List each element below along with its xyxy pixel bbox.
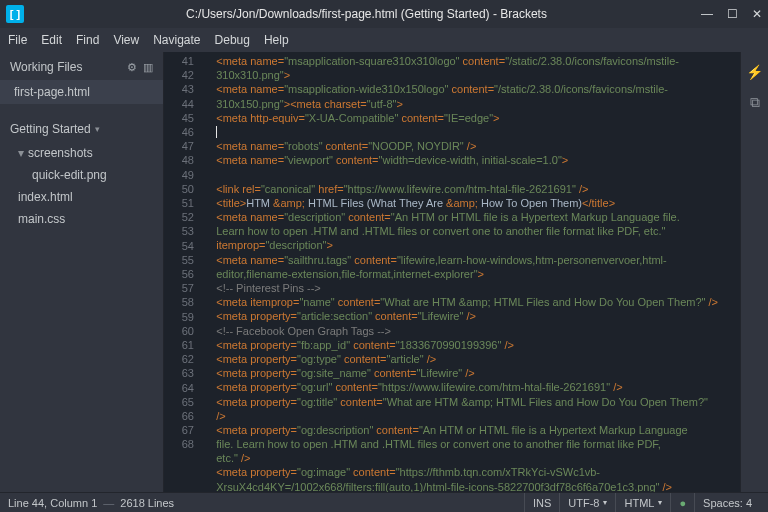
minimize-button[interactable]: — [701,7,713,21]
sidebar: Working Files ⚙ ▥ first-page.html Gettin… [0,52,164,492]
cursor-position[interactable]: Line 44, Column 1 [8,497,97,509]
working-files-header[interactable]: Working Files ⚙ ▥ [0,52,163,80]
app-icon: [ ] [6,5,24,23]
menu-edit[interactable]: Edit [41,33,62,47]
menu-view[interactable]: View [113,33,139,47]
menu-debug[interactable]: Debug [215,33,250,47]
menu-find[interactable]: Find [76,33,99,47]
chevron-down-icon: ▾ [658,498,662,507]
language-mode[interactable]: HTML ▾ [615,493,670,513]
gear-icon[interactable]: ⚙ [127,61,137,74]
indent-setting[interactable]: Spaces: 4 [694,493,760,513]
menu-navigate[interactable]: Navigate [153,33,200,47]
editor[interactable]: 4142434445464748495051525354555657585960… [164,52,740,492]
split-view-icon[interactable]: ▥ [143,61,153,74]
working-file-label: first-page.html [14,85,90,99]
tree-file-label: quick-edit.png [32,168,107,182]
encoding[interactable]: UTF-8 ▾ [559,493,615,513]
caret-icon: ▾ [18,146,24,160]
titlebar: [ ] C:/Users/Jon/Downloads/first-page.ht… [0,0,768,28]
working-file-item[interactable]: first-page.html [0,80,163,104]
statusbar: Line 44, Column 1 — 2618 Lines INS UTF-8… [0,492,768,512]
insert-mode[interactable]: INS [524,493,559,513]
close-button[interactable]: ✕ [752,7,762,21]
tree-folder-label: screenshots [28,146,93,160]
tree-file-label: index.html [18,190,73,204]
lint-status-icon[interactable]: ● [670,493,694,513]
maximize-button[interactable]: ☐ [727,7,738,21]
tree-folder[interactable]: ▾screenshots [0,142,163,164]
line-gutter: 4142434445464748495051525354555657585960… [164,52,204,492]
menubar: File Edit Find View Navigate Debug Help [0,28,768,52]
menu-file[interactable]: File [8,33,27,47]
extensions-icon[interactable]: ⧉ [750,94,760,111]
tree-file-item[interactable]: index.html [0,186,163,208]
chevron-down-icon: ▾ [603,498,607,507]
right-toolbar: ⚡ ⧉ [740,52,768,492]
line-count: 2618 Lines [120,497,174,509]
menu-help[interactable]: Help [264,33,289,47]
tree-file-item[interactable]: quick-edit.png [0,164,163,186]
project-header[interactable]: Getting Started ▾ [0,114,163,142]
tree-file-label: main.css [18,212,65,226]
chevron-down-icon: ▾ [95,124,100,134]
window-title: C:/Users/Jon/Downloads/first-page.html (… [32,7,701,21]
tree-file-item[interactable]: main.css [0,208,163,230]
working-files-label: Working Files [10,60,82,74]
code-area[interactable]: <meta name="msapplication-square310x310l… [204,52,740,492]
project-name: Getting Started [10,122,91,136]
live-preview-icon[interactable]: ⚡ [746,64,763,80]
